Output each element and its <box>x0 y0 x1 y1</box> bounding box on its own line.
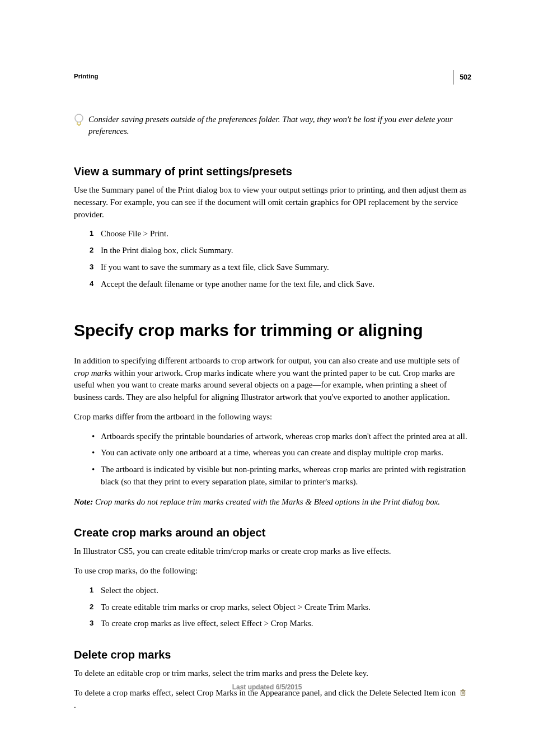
svg-point-0 <box>75 114 83 122</box>
list-text: Select the object. <box>101 586 158 595</box>
paragraph: Crop marks differ from the artboard in t… <box>74 411 471 423</box>
list-text: In the Print dialog box, click Summary. <box>101 246 233 255</box>
heading-view-summary: View a summary of print settings/presets <box>74 164 471 180</box>
ordered-list: 1Select the object. 2To create editable … <box>74 585 471 630</box>
heading-create-crop-marks: Create crop marks around an object <box>74 525 471 541</box>
paragraph: Use the Summary panel of the Print dialo… <box>74 184 471 221</box>
list-item: The artboard is indicated by visible but… <box>74 464 471 488</box>
emphasis: crop marks <box>74 368 111 377</box>
lightbulb-icon <box>74 113 84 128</box>
list-text: Artboards specify the printable boundari… <box>101 432 467 441</box>
text: . <box>74 701 76 710</box>
paragraph: In Illustrator CS5, you can create edita… <box>74 545 471 558</box>
list-item: 4Accept the default filename or type ano… <box>74 278 471 291</box>
list-item: You can activate only one artboard at a … <box>74 447 471 459</box>
list-text: To create editable trim marks or crop ma… <box>101 603 371 612</box>
list-text: To create crop marks as live effect, sel… <box>101 619 313 628</box>
note: Note: Crop marks do not replace trim mar… <box>74 496 471 508</box>
tip-text: Consider saving presets outside of the p… <box>88 114 471 138</box>
bullet-list: Artboards specify the printable boundari… <box>74 431 471 488</box>
ordered-list: 1Choose File > Print. 2In the Print dial… <box>74 228 471 290</box>
list-number: 2 <box>90 245 93 256</box>
heading-delete-crop-marks: Delete crop marks <box>74 647 471 663</box>
list-item: Artboards specify the printable boundari… <box>74 431 471 443</box>
tip-block: Consider saving presets outside of the p… <box>74 114 471 138</box>
text: within your artwork. Crop marks indicate… <box>74 368 455 402</box>
list-number: 2 <box>90 602 93 613</box>
paragraph: In addition to specifying different artb… <box>74 355 471 404</box>
section-label: Printing <box>74 72 471 81</box>
list-number: 1 <box>90 585 93 596</box>
note-text: Crop marks do not replace trim marks cre… <box>95 497 440 506</box>
paragraph: To delete an editable crop or trim marks… <box>74 668 471 680</box>
list-item: 2To create editable trim marks or crop m… <box>74 601 471 614</box>
list-text: The artboard is indicated by visible but… <box>101 465 466 486</box>
page-content: Printing Consider saving presets outside… <box>0 0 534 711</box>
text: In addition to specifying different artb… <box>74 356 460 365</box>
list-item: 1Choose File > Print. <box>74 228 471 240</box>
paragraph: To use crop marks, do the following: <box>74 565 471 577</box>
list-number: 3 <box>90 262 93 273</box>
section-delete-crop-marks: Delete crop marks To delete an editable … <box>74 647 471 711</box>
list-item: 2In the Print dialog box, click Summary. <box>74 245 471 257</box>
footer-last-updated: Last updated 6/5/2015 <box>0 683 534 692</box>
note-label: Note: <box>74 497 95 506</box>
list-item: 3If you want to save the summary as a te… <box>74 262 471 274</box>
heading-specify-crop-marks: Specify crop marks for trimming or align… <box>74 318 471 343</box>
list-text: If you want to save the summary as a tex… <box>101 263 329 272</box>
list-text: You can activate only one artboard at a … <box>101 448 443 457</box>
section-create-crop-marks: Create crop marks around an object In Il… <box>74 525 471 630</box>
section-view-summary: View a summary of print settings/presets… <box>74 164 471 290</box>
list-item: 3To create crop marks as live effect, se… <box>74 618 471 630</box>
list-text: Choose File > Print. <box>101 229 168 238</box>
list-number: 4 <box>90 279 93 290</box>
list-number: 3 <box>90 618 93 629</box>
list-item: 1Select the object. <box>74 585 471 597</box>
list-text: Accept the default filename or type anot… <box>101 279 374 288</box>
list-number: 1 <box>90 228 93 239</box>
